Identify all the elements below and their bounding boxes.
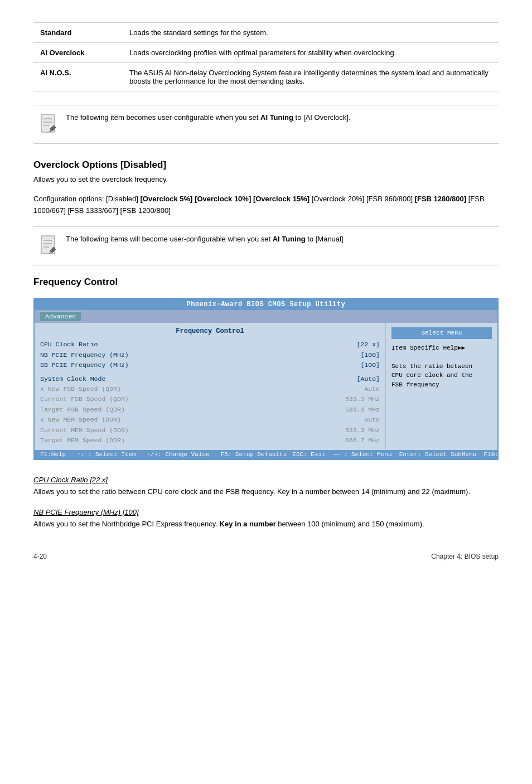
nb-subsection-body: Allows you to set the Northbridge PCI Ex… <box>33 519 499 530</box>
bios-help-label: Item Specific Help <box>391 345 458 351</box>
bios-row-label: Target MEM Speed (DDR) <box>40 435 335 446</box>
bios-content: Frequency Control CPU Clock Ratio[22 x]N… <box>35 323 497 450</box>
setting-label: AI Overclock <box>33 43 123 63</box>
bios-row: System Clock Mode[Auto] <box>40 374 380 384</box>
bios-left-panel: Frequency Control CPU Clock Ratio[22 x]N… <box>35 323 386 450</box>
bios-row-value: [100] <box>335 350 380 360</box>
overclock-line1: Allows you to set the overclock frequenc… <box>33 174 499 186</box>
setting-description: Loads the standard settings for the syst… <box>123 23 499 43</box>
note-icon-2 <box>38 234 58 258</box>
bios-box: Phoenix-Award BIOS CMOS Setup Utility Ad… <box>33 298 499 460</box>
bios-row-label: Current FSB Speed (QDR) <box>40 394 335 404</box>
nb-subsection: NB PCIE Frequency (MHz) [100] Allows you… <box>33 508 499 530</box>
bios-row-value: [100] <box>335 360 380 370</box>
nb-body2: between 100 (minimum) and 150 (maximum). <box>276 520 424 528</box>
bios-row: x New MEM Speed (DDR)Auto <box>40 415 380 425</box>
bios-menu-bar: Advanced <box>35 310 497 323</box>
note-box-1: The following item becomes user-configur… <box>33 105 499 144</box>
cpu-subsection-body: Allows you to set the ratio between CPU … <box>33 486 499 498</box>
bios-row: SB PCIE Frequency (MHz)[100] <box>40 360 380 370</box>
bios-row-value: [Auto] <box>335 374 380 384</box>
bios-row: x New FSB Speed (QDR)Auto <box>40 384 380 394</box>
setting-label: Standard <box>33 23 123 43</box>
bios-row-label: x New MEM Speed (DDR) <box>40 415 335 425</box>
settings-table: StandardLoads the standard settings for … <box>33 22 499 91</box>
bios-row: Current MEM Speed (DDR)533.3 MHz <box>40 425 380 435</box>
freq-section: Frequency Control <box>33 277 499 288</box>
bios-row-value: [22 x] <box>335 340 380 350</box>
overclock-line2: Configuration options: [Disabled] [Overc… <box>33 193 499 217</box>
bios-help-desc3: FSB frequency <box>391 380 492 390</box>
bios-footer-esc: ESC: Exit →← : Select Menu Enter: Select… <box>292 451 532 458</box>
bios-row-label: x New FSB Speed (QDR) <box>40 384 335 394</box>
bios-right-title: Select Menu <box>391 327 492 339</box>
nb-body1: Allows you to set the Northbridge PCI Ex… <box>33 520 220 528</box>
note2-bold: AI Tuning <box>273 235 306 243</box>
overclock-section: Overclock Options [Disabled] Allows you … <box>33 159 499 216</box>
cpu-subsection: CPU Clock Ratio [22 x] Allows you to set… <box>33 476 499 498</box>
bios-help-desc2: CPU core clock and the <box>391 371 492 380</box>
page-footer: 4-20 Chapter 4: BIOS setup <box>33 553 499 560</box>
note1-text-after: to [AI Overclock]. <box>293 113 351 122</box>
bios-row-label: System Clock Mode <box>40 374 335 384</box>
footer-left: 4-20 <box>33 553 47 560</box>
setting-label: AI N.O.S. <box>33 63 123 91</box>
setting-description: Loads overclocking profiles with optimal… <box>123 43 499 63</box>
note2-text-after: to [Manual] <box>306 235 344 243</box>
bios-footer-f1: F1:Help ↑↓ : Select Item -/+: Change Val… <box>40 451 287 458</box>
bios-footer: F1:Help ↑↓ : Select Item -/+: Change Val… <box>35 450 497 459</box>
bios-rows: CPU Clock Ratio[22 x]NB PCIE Frequency (… <box>40 340 380 446</box>
nb-bold: Key in a number <box>220 520 276 528</box>
bios-title: Phoenix-Award BIOS CMOS Setup Utility <box>35 299 497 310</box>
bios-row-label: SB PCIE Frequency (MHz) <box>40 360 335 370</box>
bios-row: CPU Clock Ratio[22 x] <box>40 340 380 350</box>
bios-menu-advanced[interactable]: Advanced <box>39 311 82 322</box>
bios-right-panel: Select Menu Item Specific Help▶▶ Sets th… <box>386 323 497 450</box>
bios-help-desc1: Sets the ratio between <box>391 362 492 371</box>
nb-subsection-title: NB PCIE Frequency (MHz) [100] <box>33 508 499 516</box>
bios-row-value: 533.3 MHz <box>335 394 380 404</box>
bios-row-label: CPU Clock Ratio <box>40 340 335 350</box>
note-text-2: The following items will become user-con… <box>66 234 344 245</box>
freq-title: Frequency Control <box>33 277 499 288</box>
bios-row-value: 533.3 MHz <box>335 425 380 435</box>
note-box-2: The following items will become user-con… <box>33 226 499 265</box>
bios-row: NB PCIE Frequency (MHz)[100] <box>40 350 380 360</box>
bios-help-text: Item Specific Help▶▶ <box>391 343 492 353</box>
bios-row: Target MEM Speed (DDR)666.7 MHz <box>40 435 380 446</box>
cpu-subsection-title: CPU Clock Ratio [22 x] <box>33 476 499 484</box>
note-icon-1 <box>38 112 58 137</box>
overclock-title: Overclock Options [Disabled] <box>33 159 499 171</box>
bios-row-label: Target FSB Speed (QDR) <box>40 405 335 415</box>
bios-row-label: Current MEM Speed (DDR) <box>40 425 335 435</box>
bios-panel-title: Frequency Control <box>40 327 380 335</box>
setting-description: The ASUS AI Non-delay Overclocking Syste… <box>123 63 499 91</box>
bios-row: Target FSB Speed (QDR)533.3 MHz <box>40 405 380 415</box>
bios-row-value: Auto <box>335 415 380 425</box>
bios-row-value: Auto <box>335 384 380 394</box>
note-text-1: The following item becomes user-configur… <box>66 112 351 123</box>
bios-row-value: 666.7 MHz <box>335 435 380 446</box>
bios-help-arrow: ▶▶ <box>458 345 465 351</box>
note1-bold: AI Tuning <box>260 113 293 122</box>
note1-text-before: The following item becomes user-configur… <box>66 113 260 122</box>
note2-text-before: The following items will become user-con… <box>66 235 273 243</box>
footer-right: Chapter 4: BIOS setup <box>431 553 499 560</box>
bios-row-label: NB PCIE Frequency (MHz) <box>40 350 335 360</box>
bios-row: Current FSB Speed (QDR)533.3 MHz <box>40 394 380 404</box>
bios-row-value: 533.3 MHz <box>335 405 380 415</box>
